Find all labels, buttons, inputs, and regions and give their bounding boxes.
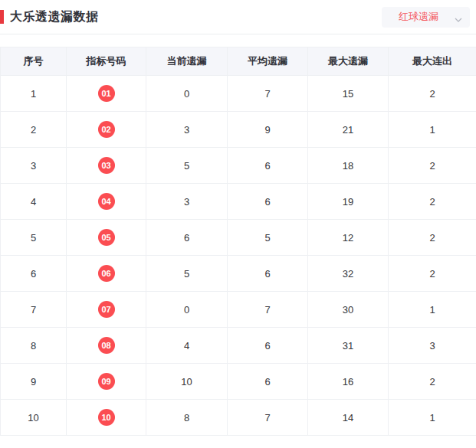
cell-index: 6 (1, 256, 67, 292)
cell-index: 10 (1, 400, 67, 436)
cell-ball-number: 05 (67, 220, 146, 256)
ball-type-select[interactable]: 红球遗漏 (382, 7, 470, 28)
ball-number-badge: 04 (98, 193, 115, 210)
ball-number-badge: 01 (98, 85, 115, 102)
cell-average-omission: 7 (228, 400, 308, 436)
title-wrap: 大乐透遗漏数据 (0, 9, 99, 25)
ball-number-badge: 02 (98, 121, 115, 138)
cell-index: 7 (1, 292, 67, 328)
table-row: 40436192 (1, 184, 476, 220)
column-header-max-consecutive: 最大连出 (389, 47, 476, 76)
cell-current-omission: 5 (146, 148, 228, 184)
cell-index: 4 (1, 184, 67, 220)
cell-average-omission: 6 (228, 364, 308, 400)
table-row: 60656322 (1, 256, 476, 292)
cell-ball-number: 10 (67, 400, 146, 436)
omission-table: 序号指标号码当前遗漏平均遗漏最大遗漏最大连出 10107152202392113… (0, 47, 476, 436)
cell-current-omission: 5 (146, 256, 228, 292)
cell-max-consecutive: 2 (389, 76, 476, 112)
cell-ball-number: 01 (67, 76, 146, 112)
cell-average-omission: 6 (228, 256, 308, 292)
table-row: 70707301 (1, 292, 476, 328)
cell-max-consecutive: 3 (389, 328, 476, 364)
cell-current-omission: 8 (146, 400, 228, 436)
cell-average-omission: 5 (228, 220, 308, 256)
cell-ball-number: 08 (67, 328, 146, 364)
table-row: 30356182 (1, 148, 476, 184)
table-row: 101087141 (1, 400, 476, 436)
cell-current-omission: 3 (146, 184, 228, 220)
ball-type-selected-label: 红球遗漏 (399, 10, 438, 24)
cell-index: 3 (1, 148, 67, 184)
ball-number-badge: 06 (98, 265, 115, 282)
cell-max-consecutive: 2 (389, 184, 476, 220)
cell-max-omission: 16 (308, 364, 389, 400)
column-header-max-omission: 最大遗漏 (308, 47, 389, 76)
cell-current-omission: 6 (146, 220, 228, 256)
cell-ball-number: 02 (67, 112, 146, 148)
column-header-ball-number: 指标号码 (67, 47, 146, 76)
cell-max-consecutive: 1 (389, 112, 476, 148)
cell-current-omission: 10 (146, 364, 228, 400)
cell-average-omission: 6 (228, 184, 308, 220)
page-title: 大乐透遗漏数据 (10, 9, 99, 25)
cell-ball-number: 07 (67, 292, 146, 328)
column-header-average-omission: 平均遗漏 (228, 47, 308, 76)
cell-average-omission: 7 (228, 76, 308, 112)
cell-max-consecutive: 2 (389, 148, 476, 184)
cell-max-omission: 15 (308, 76, 389, 112)
cell-ball-number: 03 (67, 148, 146, 184)
cell-current-omission: 3 (146, 112, 228, 148)
cell-max-consecutive: 2 (389, 364, 476, 400)
cell-max-consecutive: 1 (389, 292, 476, 328)
cell-index: 2 (1, 112, 67, 148)
cell-current-omission: 0 (146, 292, 228, 328)
cell-max-omission: 31 (308, 328, 389, 364)
cell-max-omission: 12 (308, 220, 389, 256)
table-row: 909106162 (1, 364, 476, 400)
cell-max-consecutive: 2 (389, 220, 476, 256)
cell-index: 9 (1, 364, 67, 400)
omission-table-wrap: 序号指标号码当前遗漏平均遗漏最大遗漏最大连出 10107152202392113… (0, 47, 476, 436)
ball-number-badge: 03 (98, 157, 115, 174)
cell-ball-number: 06 (67, 256, 146, 292)
ball-number-badge: 09 (98, 373, 115, 390)
ball-number-badge: 07 (98, 301, 115, 318)
cell-max-omission: 21 (308, 112, 389, 148)
ball-number-badge: 10 (98, 409, 115, 426)
cell-current-omission: 4 (146, 328, 228, 364)
cell-current-omission: 0 (146, 76, 228, 112)
ball-number-badge: 08 (98, 337, 115, 354)
cell-max-omission: 19 (308, 184, 389, 220)
cell-max-omission: 32 (308, 256, 389, 292)
cell-average-omission: 6 (228, 328, 308, 364)
chevron-down-icon (455, 13, 462, 21)
cell-max-omission: 14 (308, 400, 389, 436)
cell-max-omission: 18 (308, 148, 389, 184)
cell-max-consecutive: 2 (389, 256, 476, 292)
title-accent-bar (0, 10, 4, 24)
cell-ball-number: 09 (67, 364, 146, 400)
table-row: 10107152 (1, 76, 476, 112)
cell-index: 8 (1, 328, 67, 364)
cell-average-omission: 9 (228, 112, 308, 148)
cell-index: 1 (1, 76, 67, 112)
column-header-current-omission: 当前遗漏 (146, 47, 228, 76)
cell-ball-number: 04 (67, 184, 146, 220)
table-header-row: 序号指标号码当前遗漏平均遗漏最大遗漏最大连出 (1, 47, 476, 76)
cell-index: 5 (1, 220, 67, 256)
ball-number-badge: 05 (98, 229, 115, 246)
cell-max-consecutive: 1 (389, 400, 476, 436)
column-header-index: 序号 (1, 47, 67, 76)
cell-max-omission: 30 (308, 292, 389, 328)
cell-average-omission: 6 (228, 148, 308, 184)
topbar: 大乐透遗漏数据 红球遗漏 (0, 0, 476, 34)
table-row: 50565122 (1, 220, 476, 256)
table-row: 80846313 (1, 328, 476, 364)
table-row: 20239211 (1, 112, 476, 148)
cell-average-omission: 7 (228, 292, 308, 328)
